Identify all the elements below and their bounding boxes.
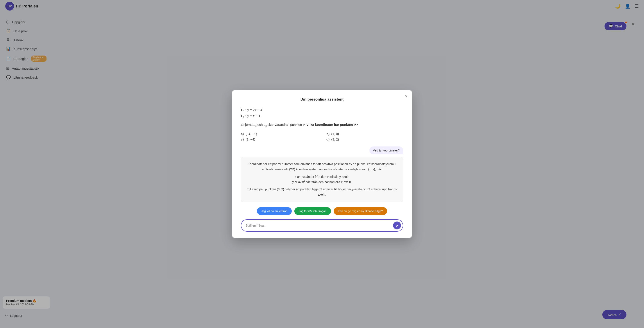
response-line3: y är avståndet från den horisontella x-a… [246, 180, 398, 185]
send-icon: ➤ [396, 223, 398, 228]
assistant-modal: Din personliga assistent × L1 : y = 2x −… [232, 90, 412, 238]
line-l2: L2 : y = x − 1 [241, 114, 403, 118]
math-lines: L1 : y = 2x − 4 L2 : y = x − 1 [241, 108, 403, 119]
user-message-bubble: Vad är koordinater? [241, 146, 403, 154]
forstaar-inte-button[interactable]: Jag förstår inte frågan [294, 207, 331, 215]
option-b: b) (1, 0) [326, 132, 403, 136]
response-line1: Koordinater är ett par av nummer som anv… [246, 162, 398, 172]
modal-close-button[interactable]: × [405, 94, 408, 99]
user-message-text: Vad är koordinater? [370, 146, 403, 154]
ny-fraga-button[interactable]: Kan du ge mig en ny liknade fråga? [334, 207, 387, 215]
option-d: d) (3, 2) [326, 137, 403, 141]
modal-overlay[interactable]: Din personliga assistent × L1 : y = 2x −… [0, 0, 644, 328]
option-a: a) (−4, −1) [241, 132, 318, 136]
options-grid: a) (−4, −1) b) (1, 0) c) (2, −4) d) (3, … [241, 132, 403, 141]
line-l1: L1 : y = 2x − 4 [241, 108, 403, 112]
option-c: c) (2, −4) [241, 137, 318, 141]
question-text: Linjerna L1 och L2 skär varandra i punkt… [241, 122, 403, 128]
quick-actions: Jag vill ha en ledtråd Jag förstår inte … [241, 207, 403, 215]
chat-input-row: ➤ [241, 219, 403, 232]
response-line4: Till exempel, punkten (3, 2) betyder att… [246, 187, 398, 197]
response-line2: x är avståndet från den vertikala y-axel… [246, 174, 398, 180]
ledtrad-button[interactable]: Jag vill ha en ledtråd [257, 207, 292, 215]
send-button[interactable]: ➤ [393, 221, 401, 229]
modal-title: Din personliga assistent [241, 97, 403, 102]
question-bold: Vilka koordinater har punkten P? [306, 123, 358, 126]
assistant-response: Koordinater är ett par av nummer som anv… [241, 157, 403, 202]
chat-input-field[interactable] [246, 224, 391, 227]
